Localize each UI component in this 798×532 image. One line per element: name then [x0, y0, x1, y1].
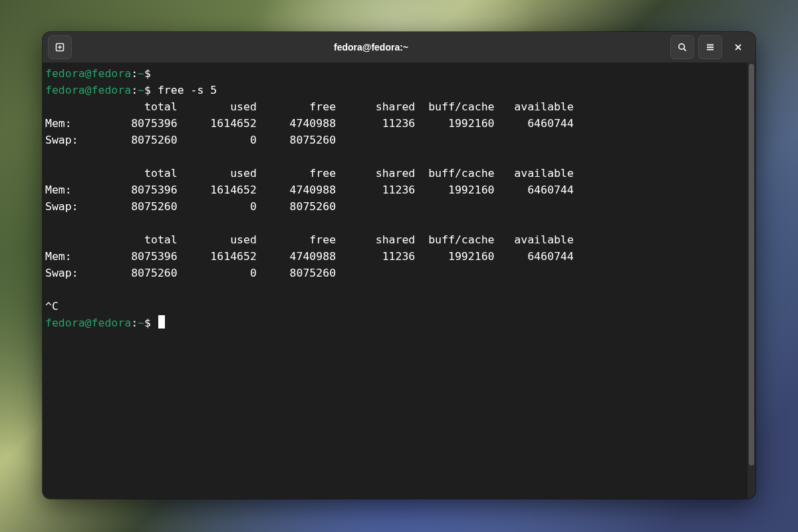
- prompt-separator: :: [131, 84, 138, 96]
- new-tab-button[interactable]: [48, 35, 72, 59]
- terminal-content[interactable]: fedora@fedora:~$ fedora@fedora:~$ free -…: [43, 63, 747, 499]
- free-header: total used free shared buff/cache availa…: [45, 167, 574, 180]
- free-mem-row: Mem: 8075396 1614652 4740988 11236 19921…: [45, 117, 574, 130]
- desktop-wallpaper: fedora@fedora:~: [0, 0, 798, 532]
- svg-line-4: [684, 49, 686, 51]
- interrupt-signal: ^C: [45, 300, 59, 313]
- free-header: total used free shared buff/cache availa…: [45, 233, 574, 246]
- svg-point-3: [679, 44, 684, 49]
- command-free: free -s 5: [158, 84, 217, 96]
- prompt-user-host: fedora@fedora: [45, 84, 131, 96]
- terminal-window: fedora@fedora:~: [43, 32, 755, 499]
- free-swap-row: Swap: 8075260 0 8075260: [45, 134, 336, 146]
- prompt-path: ~: [138, 67, 144, 80]
- prompt-path: ~: [138, 84, 144, 96]
- scrollbar-track[interactable]: [747, 63, 755, 499]
- search-button[interactable]: [670, 35, 694, 59]
- window-title: fedora@fedora:~: [72, 42, 670, 53]
- prompt-user-host: fedora@fedora: [45, 317, 131, 329]
- prompt-separator: :: [131, 317, 138, 329]
- prompt-symbol: $: [144, 84, 151, 96]
- close-icon: [733, 43, 743, 52]
- prompt-user-host: fedora@fedora: [45, 67, 131, 80]
- scrollbar-thumb[interactable]: [749, 64, 754, 466]
- free-swap-row: Swap: 8075260 0 8075260: [45, 200, 336, 213]
- close-button[interactable]: [726, 35, 750, 59]
- terminal-cursor: [158, 315, 165, 329]
- prompt-path: ~: [138, 317, 144, 329]
- prompt-symbol: $: [144, 67, 151, 80]
- prompt-symbol: $: [144, 317, 151, 329]
- prompt-separator: :: [131, 67, 138, 80]
- titlebar: fedora@fedora:~: [43, 32, 755, 63]
- search-icon: [677, 42, 688, 53]
- free-mem-row: Mem: 8075396 1614652 4740988 11236 19921…: [45, 184, 574, 196]
- free-header: total used free shared buff/cache availa…: [45, 100, 574, 113]
- free-swap-row: Swap: 8075260 0 8075260: [45, 267, 336, 279]
- hamburger-icon: [705, 42, 716, 53]
- free-mem-row: Mem: 8075396 1614652 4740988 11236 19921…: [45, 250, 574, 263]
- new-tab-icon: [55, 42, 65, 53]
- menu-button[interactable]: [698, 35, 722, 59]
